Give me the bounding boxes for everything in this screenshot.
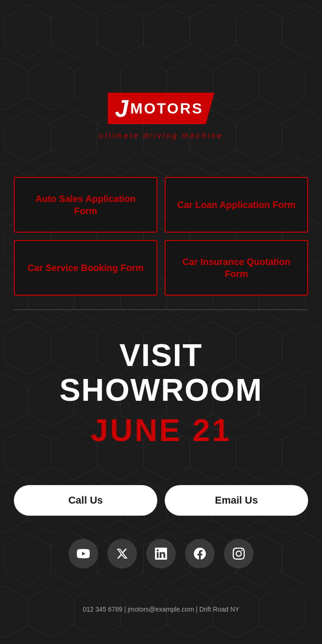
visit-showroom-text: VISIT SHOWROOM [14,338,308,407]
email-us-button[interactable]: Email Us [165,485,308,516]
cta-buttons-row: Call Us Email Us [0,485,322,516]
forms-grid: Auto Sales Application Form Car Loan App… [0,177,322,296]
form-card-car-loan[interactable]: Car Loan Application Form [165,177,308,233]
form-card-car-insurance[interactable]: Car Insurance Quotation Form [165,240,308,296]
linkedin-icon[interactable] [146,539,176,568]
showroom-date: JUNE 21 [14,412,308,448]
logo-wrapper: J MOTORS [108,93,215,124]
youtube-icon[interactable] [68,539,98,568]
social-icons-row [68,539,254,568]
call-us-button[interactable]: Call Us [14,485,157,516]
facebook-icon[interactable] [185,539,215,568]
form-label-car-insurance: Car Insurance Quotation Form [175,256,298,280]
logo-badge: J MOTORS [108,93,215,124]
logo-motors-text: MOTORS [130,100,204,117]
instagram-icon[interactable] [224,539,254,568]
twitter-x-icon[interactable] [107,539,137,568]
logo-section: J MOTORS ultimate driving machine [99,0,223,177]
brand-tagline: ultimate driving machine [99,132,223,140]
form-card-auto-sales[interactable]: Auto Sales Application Form [14,177,157,233]
showroom-section: VISIT SHOWROOM JUNE 21 [0,310,322,467]
form-label-car-loan: Car Loan Application Form [177,199,296,211]
form-label-car-service: Car Service Booking Form [27,262,143,274]
page-content: J MOTORS ultimate driving machine Auto S… [0,0,322,631]
logo-j-letter: J [115,96,129,120]
contact-info: 012 345 6789 | jmotors@example.com | Dri… [69,606,253,631]
form-card-car-service[interactable]: Car Service Booking Form [14,240,157,296]
form-label-auto-sales: Auto Sales Application Form [24,193,147,217]
